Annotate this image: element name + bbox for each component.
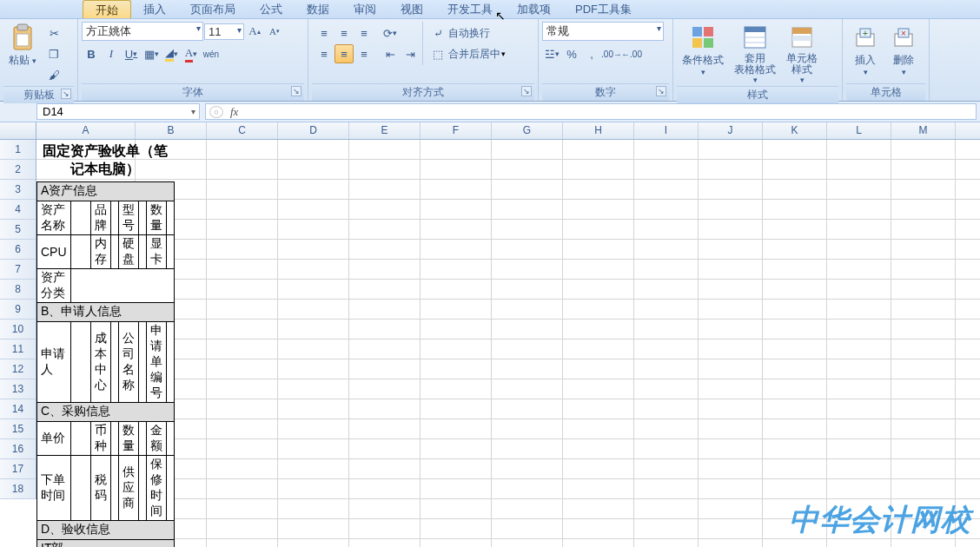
merge-icon: ⬚ [428, 44, 447, 63]
group-number-label: 数字↘ [542, 83, 669, 101]
merge-center-button[interactable]: ⬚ 合并后居中 [428, 44, 506, 63]
tab-layout[interactable]: 页面布局 [178, 0, 248, 18]
bucket-icon: ◢ [165, 46, 174, 62]
group-clipboard-label: 剪贴板↘ [3, 86, 74, 103]
select-all-corner[interactable] [0, 122, 36, 140]
group-cells-label: 单元格 [846, 83, 925, 101]
number-format-combo[interactable]: 常规 [542, 22, 664, 41]
underline-button[interactable]: U [122, 44, 141, 63]
tab-view[interactable]: 视图 [388, 0, 435, 18]
font-size-combo[interactable]: 11 [204, 23, 244, 40]
align-center-button[interactable]: ≡ [334, 44, 354, 63]
svg-rect-13 [792, 36, 811, 41]
fill-color-button[interactable]: ◢ [162, 44, 181, 63]
phonetic-button[interactable]: wén [202, 44, 221, 63]
svg-rect-4 [704, 27, 713, 36]
table-label: 套用 表格格式 [734, 53, 776, 76]
delete-label: 删除 [893, 53, 914, 68]
bold-button[interactable]: B [82, 44, 101, 63]
align-top-button[interactable]: ≡ [315, 23, 334, 43]
wrap-text-button[interactable]: ⤶ 自动换行 [428, 23, 506, 43]
decrease-font-button[interactable]: A▾ [265, 22, 284, 41]
align-left-button[interactable]: ≡ [315, 44, 334, 63]
increase-indent-button[interactable]: ⇥ [401, 44, 420, 63]
tab-insert[interactable]: 插入 [131, 0, 178, 18]
copy-button[interactable]: ❐ [44, 44, 63, 63]
tab-dev[interactable]: 开发工具 [435, 0, 505, 18]
format-as-table-button[interactable]: 套用 表格格式 [729, 22, 781, 86]
border-button[interactable]: ▦ [142, 44, 161, 63]
watermark: 中华会计网校 [789, 500, 971, 540]
insert-cells-button[interactable]: + 插入 [846, 22, 884, 78]
svg-rect-8 [745, 27, 765, 32]
font-color-icon: A [185, 46, 193, 63]
expand-icon[interactable]: ↘ [521, 86, 532, 96]
align-middle-button[interactable]: ≡ [334, 23, 354, 43]
section-b: B、申请人信息 [37, 302, 175, 321]
spreadsheet-content[interactable]: 固定资产验收单（笔记本电脑） A资产信息 资产名称品牌型号数量 CPU内存硬盘显… [36, 140, 175, 547]
delete-cells-icon: × [890, 23, 917, 51]
section-a: A资产信息 [37, 181, 175, 201]
delete-cells-button[interactable]: × 删除 [884, 22, 923, 78]
clipboard-icon [9, 23, 36, 51]
cond-format-icon [689, 23, 717, 51]
cut-button[interactable]: ✂ [44, 23, 63, 43]
font-name-combo[interactable]: 方正姚体 [82, 22, 203, 41]
svg-text:×: × [901, 29, 906, 38]
border-icon: ▦ [144, 48, 155, 61]
tab-addin[interactable]: 加载项 [505, 0, 563, 18]
insert-label: 插入 [855, 53, 876, 68]
expand-icon[interactable]: ↘ [656, 86, 666, 96]
worksheet[interactable]: AB CD EF GH IJ KL M 123 456 789 101112 1… [0, 122, 980, 547]
paste-button[interactable]: 粘贴 [3, 22, 42, 69]
svg-rect-1 [17, 24, 28, 30]
cond-label: 条件格式 [682, 53, 724, 68]
tab-review[interactable]: 审阅 [341, 0, 388, 18]
name-box[interactable]: D14 [36, 103, 200, 120]
align-bottom-button[interactable]: ≡ [354, 23, 374, 43]
orientation-button[interactable]: ⟳ [381, 23, 400, 43]
cell-styles-button[interactable]: 单元格 样式 [781, 22, 823, 86]
tab-data[interactable]: 数据 [295, 0, 341, 18]
paste-label: 粘贴 [9, 53, 36, 68]
increase-decimal-button[interactable]: .00→ [602, 44, 621, 63]
italic-button[interactable]: I [102, 44, 121, 63]
rotate-icon: ⟳ [383, 27, 393, 40]
comma-button[interactable]: , [582, 44, 601, 63]
fx-icon[interactable]: fx [230, 105, 238, 119]
percent-button[interactable]: % [562, 44, 581, 63]
format-painter-button[interactable]: 🖌 [44, 65, 63, 84]
tab-pdf[interactable]: PDF工具集 [563, 0, 644, 18]
svg-rect-6 [704, 38, 713, 48]
row-headers[interactable]: 123 456 789 101112 131415 161718 [0, 140, 36, 499]
currency-button[interactable]: ☳ [542, 44, 561, 63]
insert-cells-icon: + [851, 23, 879, 51]
decrease-indent-button[interactable]: ⇤ [381, 44, 400, 63]
svg-text:+: + [863, 29, 868, 38]
tab-home[interactable]: 开始 [83, 0, 131, 18]
section-d: D、验收信息 [37, 520, 175, 539]
group-font-label: 字体↘ [82, 83, 304, 101]
expand-icon[interactable]: ↘ [291, 86, 301, 96]
formula-bar: D14 ○ fx [0, 102, 980, 122]
column-headers[interactable]: AB CD EF GH IJ KL M [36, 122, 980, 140]
decrease-decimal-button[interactable]: ←.00 [622, 44, 641, 63]
increase-font-button[interactable]: A▴ [245, 22, 264, 41]
conditional-format-button[interactable]: 条件格式 [677, 22, 729, 78]
font-color-button[interactable]: A [182, 44, 201, 63]
svg-rect-3 [692, 27, 702, 36]
cell-styles-icon [788, 23, 816, 51]
table-format-icon [741, 23, 769, 51]
ribbon-tabs: 开始 插入 页面布局 公式 数据 审阅 视图 开发工具 加载项 PDF工具集 ↖ [0, 0, 980, 19]
align-right-button[interactable]: ≡ [354, 44, 374, 63]
ribbon: 粘贴 ✂ ❐ 🖌 剪贴板↘ 方正姚体 11 A▴ A▾ B I U ▦ ◢ [0, 19, 980, 102]
group-align-label: 对齐方式↘ [312, 83, 534, 101]
group-styles-label: 样式 [677, 86, 838, 103]
formula-input[interactable]: ○ fx [205, 103, 977, 120]
expand-icon[interactable]: ↘ [61, 89, 71, 99]
tab-formula[interactable]: 公式 [248, 0, 295, 18]
cancel-icon[interactable]: ○ [209, 106, 223, 118]
wrap-icon: ⤶ [428, 23, 447, 43]
currency-icon: ☳ [545, 48, 555, 61]
svg-rect-2 [17, 34, 29, 46]
